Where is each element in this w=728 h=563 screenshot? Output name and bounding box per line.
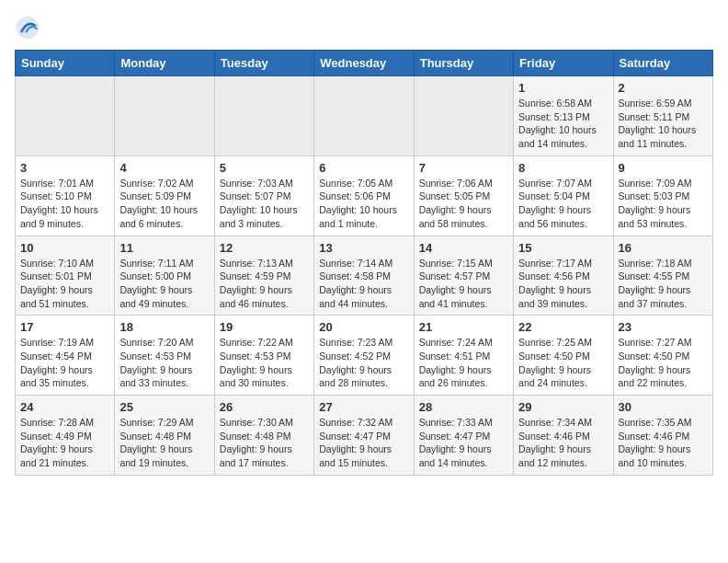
day-number: 10 (20, 241, 109, 255)
logo-icon (15, 15, 40, 40)
day-number: 11 (119, 241, 209, 255)
calendar-cell: 21Sunrise: 7:24 AM Sunset: 4:51 PM Dayli… (414, 316, 513, 396)
day-info: Sunrise: 7:20 AM Sunset: 4:53 PM Dayligh… (119, 336, 209, 390)
calendar-cell: 16Sunrise: 7:18 AM Sunset: 4:55 PM Dayli… (613, 236, 712, 316)
calendar-cell: 22Sunrise: 7:25 AM Sunset: 4:50 PM Dayli… (514, 316, 613, 396)
day-number: 17 (20, 320, 109, 334)
day-number: 4 (119, 161, 209, 175)
day-number: 2 (619, 81, 708, 95)
calendar-cell: 18Sunrise: 7:20 AM Sunset: 4:53 PM Dayli… (115, 316, 214, 396)
day-number: 28 (419, 400, 508, 414)
day-number: 24 (20, 400, 109, 414)
calendar-cell: 2Sunrise: 6:59 AM Sunset: 5:11 PM Daylig… (613, 76, 712, 156)
day-info: Sunrise: 7:24 AM Sunset: 4:51 PM Dayligh… (419, 336, 508, 390)
day-info: Sunrise: 7:27 AM Sunset: 4:50 PM Dayligh… (619, 336, 708, 390)
week-row-4: 17Sunrise: 7:19 AM Sunset: 4:54 PM Dayli… (16, 316, 713, 396)
header (15, 15, 713, 40)
day-info: Sunrise: 7:13 AM Sunset: 4:59 PM Dayligh… (220, 257, 309, 311)
day-info: Sunrise: 7:25 AM Sunset: 4:50 PM Dayligh… (518, 336, 608, 390)
calendar-cell: 30Sunrise: 7:35 AM Sunset: 4:46 PM Dayli… (613, 396, 712, 476)
day-info: Sunrise: 7:02 AM Sunset: 5:09 PM Dayligh… (119, 177, 209, 231)
calendar-cell: 29Sunrise: 7:34 AM Sunset: 4:46 PM Dayli… (514, 396, 613, 476)
day-info: Sunrise: 7:18 AM Sunset: 4:55 PM Dayligh… (619, 257, 708, 311)
day-number: 26 (220, 400, 309, 414)
week-row-1: 1Sunrise: 6:58 AM Sunset: 5:13 PM Daylig… (16, 76, 713, 156)
day-number: 7 (419, 161, 508, 175)
calendar-cell: 14Sunrise: 7:15 AM Sunset: 4:57 PM Dayli… (414, 236, 513, 316)
header-row: SundayMondayTuesdayWednesdayThursdayFrid… (16, 51, 713, 76)
calendar-cell: 20Sunrise: 7:23 AM Sunset: 4:52 PM Dayli… (314, 316, 414, 396)
logo (15, 15, 44, 40)
col-header-saturday: Saturday (613, 51, 712, 76)
calendar-cell: 13Sunrise: 7:14 AM Sunset: 4:58 PM Dayli… (314, 236, 414, 316)
day-info: Sunrise: 7:03 AM Sunset: 5:07 PM Dayligh… (220, 177, 309, 231)
calendar-cell (314, 76, 414, 156)
calendar-table: SundayMondayTuesdayWednesdayThursdayFrid… (15, 50, 713, 476)
day-info: Sunrise: 7:07 AM Sunset: 5:04 PM Dayligh… (518, 177, 608, 231)
col-header-thursday: Thursday (414, 51, 513, 76)
day-info: Sunrise: 7:01 AM Sunset: 5:10 PM Dayligh… (20, 177, 109, 231)
day-number: 21 (419, 320, 508, 334)
calendar-cell: 8Sunrise: 7:07 AM Sunset: 5:04 PM Daylig… (514, 155, 613, 236)
day-number: 29 (518, 400, 608, 414)
calendar-cell: 3Sunrise: 7:01 AM Sunset: 5:10 PM Daylig… (16, 155, 115, 236)
day-number: 8 (518, 161, 608, 175)
calendar-cell (414, 76, 513, 156)
day-info: Sunrise: 7:34 AM Sunset: 4:46 PM Dayligh… (518, 416, 608, 470)
day-number: 18 (119, 320, 209, 334)
day-info: Sunrise: 7:17 AM Sunset: 4:56 PM Dayligh… (518, 257, 608, 311)
week-row-5: 24Sunrise: 7:28 AM Sunset: 4:49 PM Dayli… (16, 396, 713, 476)
calendar-cell: 4Sunrise: 7:02 AM Sunset: 5:09 PM Daylig… (115, 155, 214, 236)
day-number: 3 (20, 161, 109, 175)
day-number: 14 (419, 241, 508, 255)
day-info: Sunrise: 7:06 AM Sunset: 5:05 PM Dayligh… (419, 177, 508, 231)
day-info: Sunrise: 7:32 AM Sunset: 4:47 PM Dayligh… (319, 416, 408, 470)
calendar-cell: 11Sunrise: 7:11 AM Sunset: 5:00 PM Dayli… (115, 236, 214, 316)
calendar-cell (16, 76, 115, 156)
day-number: 16 (619, 241, 708, 255)
calendar-cell: 5Sunrise: 7:03 AM Sunset: 5:07 PM Daylig… (214, 155, 313, 236)
day-info: Sunrise: 6:59 AM Sunset: 5:11 PM Dayligh… (619, 97, 708, 151)
day-info: Sunrise: 7:14 AM Sunset: 4:58 PM Dayligh… (319, 257, 408, 311)
week-row-2: 3Sunrise: 7:01 AM Sunset: 5:10 PM Daylig… (16, 155, 713, 236)
day-number: 12 (220, 241, 309, 255)
day-number: 15 (518, 241, 608, 255)
day-info: Sunrise: 7:33 AM Sunset: 4:47 PM Dayligh… (419, 416, 508, 470)
day-number: 19 (220, 320, 309, 334)
col-header-sunday: Sunday (16, 51, 115, 76)
day-info: Sunrise: 7:19 AM Sunset: 4:54 PM Dayligh… (20, 336, 109, 390)
day-info: Sunrise: 6:58 AM Sunset: 5:13 PM Dayligh… (518, 97, 608, 151)
calendar-cell: 24Sunrise: 7:28 AM Sunset: 4:49 PM Dayli… (16, 396, 115, 476)
day-info: Sunrise: 7:15 AM Sunset: 4:57 PM Dayligh… (419, 257, 508, 311)
day-info: Sunrise: 7:23 AM Sunset: 4:52 PM Dayligh… (319, 336, 408, 390)
calendar-cell: 26Sunrise: 7:30 AM Sunset: 4:48 PM Dayli… (214, 396, 313, 476)
week-row-3: 10Sunrise: 7:10 AM Sunset: 5:01 PM Dayli… (16, 236, 713, 316)
col-header-wednesday: Wednesday (314, 51, 414, 76)
day-info: Sunrise: 7:11 AM Sunset: 5:00 PM Dayligh… (119, 257, 209, 311)
calendar-cell: 10Sunrise: 7:10 AM Sunset: 5:01 PM Dayli… (16, 236, 115, 316)
calendar-cell: 19Sunrise: 7:22 AM Sunset: 4:53 PM Dayli… (214, 316, 313, 396)
calendar-cell: 27Sunrise: 7:32 AM Sunset: 4:47 PM Dayli… (314, 396, 414, 476)
day-number: 22 (518, 320, 608, 334)
col-header-friday: Friday (514, 51, 613, 76)
day-number: 6 (319, 161, 408, 175)
day-number: 23 (619, 320, 708, 334)
calendar-cell: 28Sunrise: 7:33 AM Sunset: 4:47 PM Dayli… (414, 396, 513, 476)
calendar-cell (214, 76, 313, 156)
day-info: Sunrise: 7:09 AM Sunset: 5:03 PM Dayligh… (619, 177, 708, 231)
calendar-cell: 25Sunrise: 7:29 AM Sunset: 4:48 PM Dayli… (115, 396, 214, 476)
col-header-tuesday: Tuesday (214, 51, 313, 76)
day-info: Sunrise: 7:28 AM Sunset: 4:49 PM Dayligh… (20, 416, 109, 470)
calendar-cell: 7Sunrise: 7:06 AM Sunset: 5:05 PM Daylig… (414, 155, 513, 236)
day-info: Sunrise: 7:35 AM Sunset: 4:46 PM Dayligh… (619, 416, 708, 470)
calendar-cell: 6Sunrise: 7:05 AM Sunset: 5:06 PM Daylig… (314, 155, 414, 236)
day-info: Sunrise: 7:30 AM Sunset: 4:48 PM Dayligh… (220, 416, 309, 470)
calendar-cell: 9Sunrise: 7:09 AM Sunset: 5:03 PM Daylig… (613, 155, 712, 236)
day-number: 27 (319, 400, 408, 414)
calendar-cell: 15Sunrise: 7:17 AM Sunset: 4:56 PM Dayli… (514, 236, 613, 316)
day-number: 5 (220, 161, 309, 175)
calendar-cell (115, 76, 214, 156)
col-header-monday: Monday (115, 51, 214, 76)
calendar-cell: 1Sunrise: 6:58 AM Sunset: 5:13 PM Daylig… (514, 76, 613, 156)
day-info: Sunrise: 7:10 AM Sunset: 5:01 PM Dayligh… (20, 257, 109, 311)
